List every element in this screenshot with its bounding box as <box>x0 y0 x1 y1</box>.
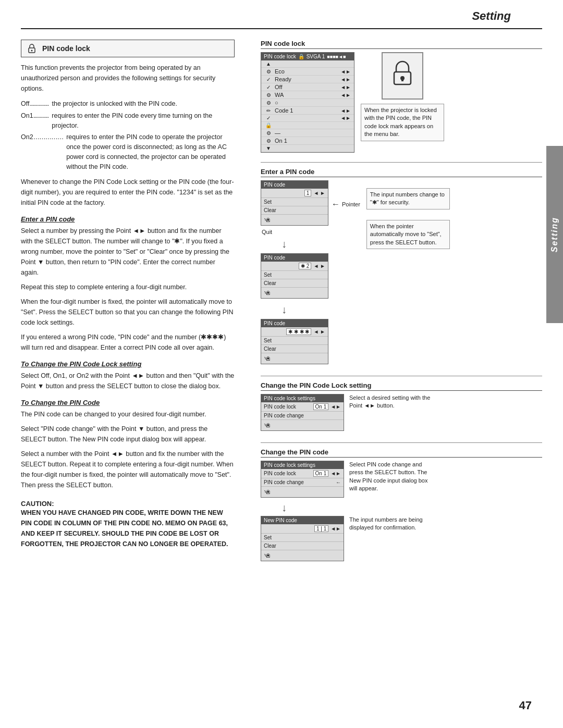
menu-row-off: ✓ Off ◄► <box>261 83 354 91</box>
dialog3-title: PIN code <box>264 320 285 326</box>
menu-topbar-controls: ■■■■◄■ <box>327 54 346 59</box>
dialog2-set-row: Set <box>261 271 328 279</box>
divider-2 <box>261 376 542 376</box>
dialog2-pin-row: ✱ 2 ◄ ► <box>261 262 328 271</box>
annotation-set: When the pointer automatically move to "… <box>366 220 450 249</box>
new-pin-arrow: ◄► <box>331 526 341 532</box>
change-pin-diagram-title: Change the PIN code <box>261 448 542 458</box>
menu-icon-eco: ⚙ <box>264 69 273 75</box>
dialog2-value: ✱ 2 <box>299 263 311 269</box>
menu-icon-on1: ⚙ <box>264 138 273 144</box>
enter-pin-para4: If you entered a wrong PIN code, "PIN co… <box>21 332 235 353</box>
list-on2-label: On2…………… <box>21 132 63 171</box>
change-lock-topbar-text: PIN code lock settings <box>264 396 315 401</box>
menu-row-down: ▼ <box>261 145 354 152</box>
menu-icon-lock: 🔒 <box>264 122 273 128</box>
menu-text-code1: Code 1 <box>275 107 338 114</box>
menu-topbar-text: PIN code lock <box>264 54 296 59</box>
menu-text-off: Off <box>275 84 338 90</box>
list-on1-desc: requires to enter the PIN code every tim… <box>52 111 235 131</box>
side-tab: Setting <box>546 146 563 323</box>
enter-pin-diagrams: PIN code 1 ◄ ► Set <box>261 180 360 366</box>
dialog3-clear: Clear <box>264 346 325 352</box>
lock-icon-large <box>382 52 423 100</box>
menu-icon-wa: ⚙ <box>264 92 273 98</box>
change-pin-label1: PIN code lock <box>264 471 311 476</box>
side-tab-label: Setting <box>550 217 559 252</box>
list-item-on1: On1............ requires to enter the PI… <box>21 111 235 131</box>
new-pin-topbar-text: New PIN code <box>264 517 297 523</box>
dialog3-arrow: ◄ ► <box>313 329 325 335</box>
new-pin-value-row: 1 | 1 ◄► <box>261 524 344 534</box>
change-pin-row2: PIN code change ← <box>261 478 344 487</box>
caution-text: WHEN YOU HAVE CHANGED PIN CODE, WRITE DO… <box>21 508 235 549</box>
menu-text-on1: On 1 <box>275 138 351 144</box>
dialog3: PIN code ✱ ✱ ✱ ✱ ◄ ► Set Clear <box>261 319 328 364</box>
enter-pin-annotations: The input numbers change to "✱" for secu… <box>366 180 450 249</box>
change-pin-value1: On 1 <box>313 470 329 477</box>
enter-pin-diagram: Enter a PIN code PIN code 1 <box>261 168 542 366</box>
new-pin-icon: 🖲 <box>264 552 270 559</box>
menu-arrow-check: ◄► <box>340 115 351 121</box>
section-title-pin: PIN code lock <box>21 40 235 57</box>
arrow-down-1: ↓ <box>261 238 360 250</box>
para1: Whenever to change the PIN Code Lock set… <box>21 177 235 208</box>
menu-icon-down: ▼ <box>264 145 273 151</box>
dialog1-clear-row: Clear <box>261 206 328 215</box>
dialog2-set: Set <box>264 272 325 278</box>
change-pin-code-para3: Select a number with the Point ◄► button… <box>21 449 235 490</box>
change-pin-code-para1: The PIN code can be changed to your desi… <box>21 409 235 419</box>
new-pin-clear: Clear <box>264 543 341 549</box>
new-pin-topbar: New PIN code <box>261 516 344 524</box>
arrow-down-3: ↓ <box>261 502 542 514</box>
change-pin-label2: PIN code change <box>264 479 334 485</box>
menu-row-0: ▲ <box>261 60 354 68</box>
intro-text: This function prevents the projector fro… <box>21 63 235 94</box>
menu-icon-off: ✓ <box>264 84 273 90</box>
svg-rect-4 <box>401 78 403 81</box>
dialog3-pin-row: ✱ ✱ ✱ ✱ ◄ ► <box>261 327 328 337</box>
new-pin-dialog: New PIN code 1 | 1 ◄► Set Clear 🖲 <box>261 516 344 561</box>
list-item-off: Off............... the projector is unlo… <box>21 99 235 109</box>
dialog1-row: PIN code 1 ◄ ► Set <box>261 180 360 228</box>
change-pin-dialog-arrow: ◄► <box>331 471 341 476</box>
dialog3-topbar: PIN code <box>261 319 328 327</box>
enter-pin-section: Enter a PIN code Select a number by pres… <box>21 215 235 353</box>
change-lock-dialog: PIN code lock settings PIN code lock On … <box>261 394 344 431</box>
new-pin-row: New PIN code 1 | 1 ◄► Set Clear 🖲 <box>261 516 542 563</box>
divider-1 <box>261 162 542 163</box>
menu-row-dash: ⚙ — <box>261 129 354 137</box>
new-pin-set: Set <box>264 535 341 540</box>
menu-row-lock: 🔒 <box>261 122 354 129</box>
menu-arrow-eco: ◄► <box>340 69 351 75</box>
change-pin-icon: 🖲 <box>264 488 270 496</box>
change-lock-para: Select Off, On1, or On2 with the Point ◄… <box>21 371 235 391</box>
menu-row-circle: ⚙ ○ <box>261 99 354 107</box>
list-off-label: Off............... <box>21 99 49 109</box>
lock-annotation-area: When the projector is locked with the PI… <box>361 52 444 141</box>
left-column: PIN code lock This function prevents the… <box>21 40 240 573</box>
dialog3-icon-row: 🖲 <box>261 353 328 364</box>
dialog2-clear-row: Clear <box>261 279 328 288</box>
change-lock-diagram: Change the PIN Code Lock setting PIN cod… <box>261 381 542 433</box>
dialog1-icon-row: 🖲 <box>261 215 328 225</box>
change-lock-row: PIN code lock settings PIN code lock On … <box>261 394 542 433</box>
dialog1-arrow: ◄ ► <box>313 190 325 196</box>
pin-lock-diagram-title: PIN code lock <box>261 40 542 49</box>
list-off-desc: the projector is unlocked with the PIN c… <box>52 99 235 109</box>
menu-box: PIN code lock 🔒 SVGA 1 ■■■■◄■ ▲ ⚙ Eco ◄► <box>261 52 354 153</box>
dialog1-topbar: PIN code <box>261 181 328 189</box>
dialog2-icon: 🖲 <box>264 289 270 297</box>
new-pin-value: 1 | 1 <box>314 525 328 532</box>
menu-icon-circle: ⚙ <box>264 100 273 106</box>
dialog1-set-row: Set <box>261 198 328 206</box>
menu-topbar-icon: 🔒 <box>298 54 304 59</box>
new-pin-clear-row: Clear <box>261 542 344 550</box>
lock-annotation: When the projector is locked with the PI… <box>361 104 444 141</box>
change-pin-row: PIN code lock settings PIN code lock On … <box>261 461 542 500</box>
dialog1-set: Set <box>264 199 325 205</box>
header-title: Setting <box>472 9 511 22</box>
change-pin-row1: PIN code lock On 1 ◄► <box>261 469 344 478</box>
pointer-text: Pointer <box>342 201 360 207</box>
enter-pin-para3: When the four-digit number is fixed, the… <box>21 297 235 328</box>
